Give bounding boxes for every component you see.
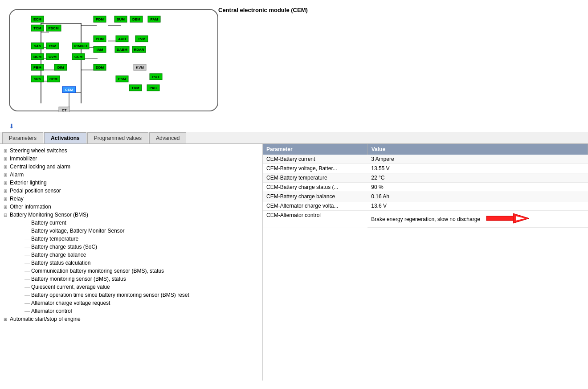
svg-text:ICM/HU: ICM/HU [74,44,87,48]
param-cell-4: CEM-Battery charge balance [263,192,368,201]
svg-text:DABM: DABM [117,48,127,52]
value-cell-6: Brake energy regeneration, slow no disch… [368,211,588,228]
table-row: CEM-Battery temperature 22 °C [263,173,588,183]
leaf-quiescent-current[interactable]: — Quiescent current, average value [11,283,260,291]
svg-text:CVM: CVM [49,55,57,59]
param-cell-2: CEM-Battery temperature [263,173,368,183]
leaf-label-quiescent-current: Quiescent current, average value [31,284,110,290]
leaf-battery-charge-balance[interactable]: — Battery charge balance [11,251,260,259]
tree-item-relay[interactable]: ⊞ Relay [2,195,260,203]
table-row: CEM-Battery charge status (... 90 % [263,183,588,192]
tree-label-immobilizer: Immobilizer [10,156,37,162]
leaf-battery-operation-time[interactable]: — Battery operation time since battery m… [11,291,260,299]
tree-item-exterior-lighting[interactable]: ⊞ Exterior lighting [2,179,260,187]
svg-text:TVM: TVM [138,37,146,41]
tree-item-alarm[interactable]: ⊞ Alarm [2,171,260,179]
param-cell-1: CEM-Battery voltage, Batter... [263,164,368,173]
tree-item-auto-start-stop[interactable]: ⊞ Automatic start/stop of engine [2,315,260,323]
tab-activations[interactable]: Activations [44,132,86,143]
param-cell-0: CEM-Battery current [263,155,368,164]
leaf-label-comm-bms: Communication battery monitoring sensor … [31,268,164,274]
svg-text:IAM: IAM [97,48,103,52]
col-header-value: Value [368,144,588,155]
svg-text:DIM: DIM [57,66,64,70]
svg-text:CPM: CPM [49,77,57,81]
svg-text:AUD: AUD [118,37,126,41]
tree-label-central-locking: Central locking and alarm [10,164,70,170]
col-header-parameter: Parameter [263,144,368,155]
alternator-control-value: Brake energy regeneration, slow no disch… [371,216,480,222]
tree-label-steering: Steering wheel switches [10,147,67,154]
param-cell-6: CEM-Alternator control [263,211,368,228]
leaf-label-battery-status-calc: Battery status calculation [31,260,90,266]
tree-item-central-locking[interactable]: ⊞ Central locking and alarm [2,163,260,171]
leaf-alternator-control[interactable]: — Alternator control [11,307,260,315]
tree-label-auto-start-stop: Automatic start/stop of engine [10,316,81,322]
leaf-bms-status[interactable]: — Battery monitoring sensor (BMS), statu… [11,275,260,283]
tree-label-exterior-lighting: Exterior lighting [10,180,47,186]
tree-label-relay: Relay [10,196,24,202]
svg-text:SUM: SUM [117,17,125,21]
tree-item-other-info[interactable]: ⊞ Other information [2,203,260,211]
svg-rect-78 [486,216,513,221]
svg-text:BCM: BCM [33,55,42,59]
leaf-label-battery-operation-time: Battery operation time since battery mon… [31,292,189,298]
tree-label-pedal: Pedal position sensor [10,188,61,194]
svg-text:DDM: DDM [96,66,104,70]
diagram-svg: ECM TCM PSCM PDM SUM DEM PAM SAS FSM [10,10,219,112]
svg-text:POT: POT [152,75,160,79]
tree-item-pedal[interactable]: ⊞ Pedal position sensor [2,187,260,195]
leaf-comm-bms[interactable]: — Communication battery monitoring senso… [11,267,260,275]
leaf-battery-current[interactable]: — Battery current [11,219,260,227]
network-diagram: ECM TCM PSCM PDM SUM DEM PAM SAS FSM [9,9,218,111]
svg-text:PDM: PDM [96,17,104,21]
leaf-label-battery-charge-balance: Battery charge balance [31,252,86,258]
tree-panel: ⊞ Steering wheel switches ⊞ Immobilizer … [0,144,263,381]
tab-parameters[interactable]: Parameters [2,132,43,143]
bms-children: — Battery current — Battery voltage, Bat… [2,219,260,315]
svg-text:SRS: SRS [34,77,41,81]
leaf-alternator-charge-voltage[interactable]: — Alternator charge voltage request [11,299,260,307]
expand-icon-central-locking: ⊞ [2,164,8,169]
svg-text:FSM: FSM [49,44,57,48]
parameters-table: Parameter Value CEM-Battery current 3 Am… [263,144,588,228]
svg-text:TCM: TCM [33,26,41,30]
expand-icon-immobilizer: ⊞ [2,156,8,161]
tree-item-bms[interactable]: ⊟ Battery Monitoring Sensor (BMS) [2,211,260,219]
table-row: CEM-Battery charge balance 0.16 Ah [263,192,588,201]
svg-text:KVM: KVM [136,66,144,70]
leaf-label-alternator-control: Alternator control [31,308,72,314]
leaf-battery-status-calc[interactable]: — Battery status calculation [11,259,260,267]
svg-text:PAM: PAM [150,17,158,21]
diagram-area: Central electronic module (CEM) ECM [0,0,588,120]
leaf-battery-voltage[interactable]: — Battery voltage, Battery Monitor Senso… [11,227,260,235]
svg-text:ECM: ECM [33,17,41,21]
leaf-label-battery-current: Battery current [31,220,66,226]
table-row: CEM-Battery voltage, Batter... 13.55 V [263,164,588,173]
leaf-battery-temp[interactable]: — Battery temperature [11,235,260,243]
tree-label-alarm: Alarm [10,172,24,178]
leaf-battery-charge-status[interactable]: — Battery charge status (SoC) [11,243,260,251]
table-panel: Parameter Value CEM-Battery current 3 Am… [263,144,588,381]
svg-text:SAS: SAS [34,44,41,48]
leaf-label-battery-temp: Battery temperature [31,236,78,242]
svg-text:PAC: PAC [150,86,157,90]
expand-icon-relay: ⊞ [2,197,8,201]
param-cell-3: CEM-Battery charge status (... [263,183,368,192]
red-arrow-annotation [486,212,530,226]
tab-programmed-values[interactable]: Programmed values [87,132,148,143]
download-area[interactable]: ⬇ [0,120,588,132]
main-content: ⊞ Steering wheel switches ⊞ Immobilizer … [0,144,588,381]
tab-advanced[interactable]: Advanced [149,132,186,143]
svg-text:CCM: CCM [74,55,83,59]
tree-item-steering[interactable]: ⊞ Steering wheel switches [2,147,260,155]
table-row-highlighted: CEM-Alternator control Brake energy rege… [263,211,588,228]
svg-text:CT: CT [62,108,67,112]
tree-item-immobilizer[interactable]: ⊞ Immobilizer [2,155,260,163]
expand-icon-alarm: ⊞ [2,172,8,177]
value-cell-4: 0.16 Ah [368,192,588,201]
value-cell-0: 3 Ampere [368,155,588,164]
leaf-label-bms-status: Battery monitoring sensor (BMS), status [31,276,126,282]
download-icon[interactable]: ⬇ [9,123,14,130]
value-cell-1: 13.55 V [368,164,588,173]
